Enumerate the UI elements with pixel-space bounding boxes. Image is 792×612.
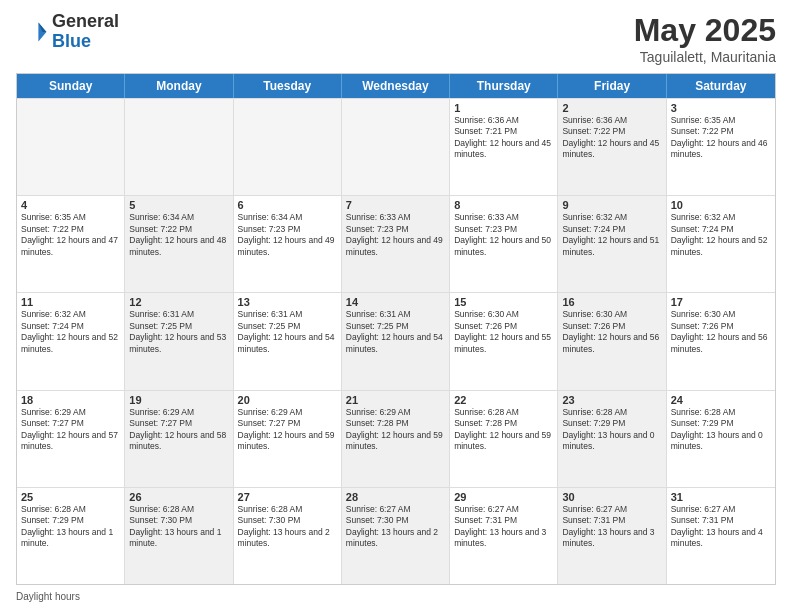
cal-cell-2-1: 4Sunrise: 6:35 AM Sunset: 7:22 PM Daylig… bbox=[17, 196, 125, 292]
day-number: 13 bbox=[238, 296, 337, 308]
day-number: 27 bbox=[238, 491, 337, 503]
cal-cell-5-4: 28Sunrise: 6:27 AM Sunset: 7:30 PM Dayli… bbox=[342, 488, 450, 584]
cal-cell-2-2: 5Sunrise: 6:34 AM Sunset: 7:22 PM Daylig… bbox=[125, 196, 233, 292]
day-number: 12 bbox=[129, 296, 228, 308]
cell-text: Sunrise: 6:28 AM Sunset: 7:30 PM Dayligh… bbox=[238, 504, 337, 550]
col-thursday: Thursday bbox=[450, 74, 558, 98]
cell-text: Sunrise: 6:30 AM Sunset: 7:26 PM Dayligh… bbox=[562, 309, 661, 355]
cal-cell-3-1: 11Sunrise: 6:32 AM Sunset: 7:24 PM Dayli… bbox=[17, 293, 125, 389]
cell-text: Sunrise: 6:28 AM Sunset: 7:29 PM Dayligh… bbox=[671, 407, 771, 453]
footer-text: Daylight hours bbox=[16, 591, 80, 602]
day-number: 11 bbox=[21, 296, 120, 308]
cell-text: Sunrise: 6:28 AM Sunset: 7:29 PM Dayligh… bbox=[562, 407, 661, 453]
day-number: 19 bbox=[129, 394, 228, 406]
logo-icon bbox=[16, 16, 48, 48]
day-number: 14 bbox=[346, 296, 445, 308]
cell-text: Sunrise: 6:33 AM Sunset: 7:23 PM Dayligh… bbox=[346, 212, 445, 258]
col-sunday: Sunday bbox=[17, 74, 125, 98]
cal-cell-3-7: 17Sunrise: 6:30 AM Sunset: 7:26 PM Dayli… bbox=[667, 293, 775, 389]
cal-cell-1-6: 2Sunrise: 6:36 AM Sunset: 7:22 PM Daylig… bbox=[558, 99, 666, 195]
cell-text: Sunrise: 6:34 AM Sunset: 7:22 PM Dayligh… bbox=[129, 212, 228, 258]
cell-text: Sunrise: 6:27 AM Sunset: 7:31 PM Dayligh… bbox=[562, 504, 661, 550]
day-number: 28 bbox=[346, 491, 445, 503]
day-number: 2 bbox=[562, 102, 661, 114]
cal-cell-4-3: 20Sunrise: 6:29 AM Sunset: 7:27 PM Dayli… bbox=[234, 391, 342, 487]
cell-text: Sunrise: 6:29 AM Sunset: 7:27 PM Dayligh… bbox=[238, 407, 337, 453]
cal-cell-5-5: 29Sunrise: 6:27 AM Sunset: 7:31 PM Dayli… bbox=[450, 488, 558, 584]
cal-row-2: 4Sunrise: 6:35 AM Sunset: 7:22 PM Daylig… bbox=[17, 195, 775, 292]
cal-cell-1-5: 1Sunrise: 6:36 AM Sunset: 7:21 PM Daylig… bbox=[450, 99, 558, 195]
logo-general: General bbox=[52, 11, 119, 31]
col-friday: Friday bbox=[558, 74, 666, 98]
cell-text: Sunrise: 6:30 AM Sunset: 7:26 PM Dayligh… bbox=[454, 309, 553, 355]
day-number: 3 bbox=[671, 102, 771, 114]
cell-text: Sunrise: 6:28 AM Sunset: 7:28 PM Dayligh… bbox=[454, 407, 553, 453]
logo-text: General Blue bbox=[52, 12, 119, 52]
day-number: 20 bbox=[238, 394, 337, 406]
footer: Daylight hours bbox=[16, 591, 776, 602]
day-number: 30 bbox=[562, 491, 661, 503]
cal-cell-3-6: 16Sunrise: 6:30 AM Sunset: 7:26 PM Dayli… bbox=[558, 293, 666, 389]
day-number: 10 bbox=[671, 199, 771, 211]
cell-text: Sunrise: 6:28 AM Sunset: 7:30 PM Dayligh… bbox=[129, 504, 228, 550]
cal-cell-3-2: 12Sunrise: 6:31 AM Sunset: 7:25 PM Dayli… bbox=[125, 293, 233, 389]
cal-row-4: 18Sunrise: 6:29 AM Sunset: 7:27 PM Dayli… bbox=[17, 390, 775, 487]
calendar-header: Sunday Monday Tuesday Wednesday Thursday… bbox=[17, 74, 775, 98]
cell-text: Sunrise: 6:32 AM Sunset: 7:24 PM Dayligh… bbox=[671, 212, 771, 258]
cal-cell-4-7: 24Sunrise: 6:28 AM Sunset: 7:29 PM Dayli… bbox=[667, 391, 775, 487]
day-number: 31 bbox=[671, 491, 771, 503]
cell-text: Sunrise: 6:35 AM Sunset: 7:22 PM Dayligh… bbox=[21, 212, 120, 258]
day-number: 6 bbox=[238, 199, 337, 211]
day-number: 5 bbox=[129, 199, 228, 211]
day-number: 22 bbox=[454, 394, 553, 406]
cell-text: Sunrise: 6:32 AM Sunset: 7:24 PM Dayligh… bbox=[21, 309, 120, 355]
cell-text: Sunrise: 6:27 AM Sunset: 7:30 PM Dayligh… bbox=[346, 504, 445, 550]
cal-cell-1-4 bbox=[342, 99, 450, 195]
cal-cell-1-1 bbox=[17, 99, 125, 195]
cell-text: Sunrise: 6:29 AM Sunset: 7:27 PM Dayligh… bbox=[21, 407, 120, 453]
cal-cell-1-3 bbox=[234, 99, 342, 195]
title-block: May 2025 Taguilalett, Mauritania bbox=[634, 12, 776, 65]
day-number: 26 bbox=[129, 491, 228, 503]
cal-cell-1-2 bbox=[125, 99, 233, 195]
cal-cell-5-2: 26Sunrise: 6:28 AM Sunset: 7:30 PM Dayli… bbox=[125, 488, 233, 584]
cell-text: Sunrise: 6:33 AM Sunset: 7:23 PM Dayligh… bbox=[454, 212, 553, 258]
page: General Blue May 2025 Taguilalett, Mauri… bbox=[0, 0, 792, 612]
logo: General Blue bbox=[16, 12, 119, 52]
day-number: 16 bbox=[562, 296, 661, 308]
cal-cell-3-3: 13Sunrise: 6:31 AM Sunset: 7:25 PM Dayli… bbox=[234, 293, 342, 389]
day-number: 1 bbox=[454, 102, 553, 114]
cal-cell-4-2: 19Sunrise: 6:29 AM Sunset: 7:27 PM Dayli… bbox=[125, 391, 233, 487]
cell-text: Sunrise: 6:34 AM Sunset: 7:23 PM Dayligh… bbox=[238, 212, 337, 258]
cal-cell-5-7: 31Sunrise: 6:27 AM Sunset: 7:31 PM Dayli… bbox=[667, 488, 775, 584]
cell-text: Sunrise: 6:36 AM Sunset: 7:22 PM Dayligh… bbox=[562, 115, 661, 161]
cal-row-5: 25Sunrise: 6:28 AM Sunset: 7:29 PM Dayli… bbox=[17, 487, 775, 584]
cell-text: Sunrise: 6:29 AM Sunset: 7:27 PM Dayligh… bbox=[129, 407, 228, 453]
col-monday: Monday bbox=[125, 74, 233, 98]
day-number: 23 bbox=[562, 394, 661, 406]
cal-cell-2-6: 9Sunrise: 6:32 AM Sunset: 7:24 PM Daylig… bbox=[558, 196, 666, 292]
cal-cell-3-5: 15Sunrise: 6:30 AM Sunset: 7:26 PM Dayli… bbox=[450, 293, 558, 389]
cell-text: Sunrise: 6:29 AM Sunset: 7:28 PM Dayligh… bbox=[346, 407, 445, 453]
header: General Blue May 2025 Taguilalett, Mauri… bbox=[16, 12, 776, 65]
day-number: 7 bbox=[346, 199, 445, 211]
day-number: 8 bbox=[454, 199, 553, 211]
cal-cell-2-4: 7Sunrise: 6:33 AM Sunset: 7:23 PM Daylig… bbox=[342, 196, 450, 292]
cal-cell-4-5: 22Sunrise: 6:28 AM Sunset: 7:28 PM Dayli… bbox=[450, 391, 558, 487]
cal-cell-5-6: 30Sunrise: 6:27 AM Sunset: 7:31 PM Dayli… bbox=[558, 488, 666, 584]
cal-cell-3-4: 14Sunrise: 6:31 AM Sunset: 7:25 PM Dayli… bbox=[342, 293, 450, 389]
cell-text: Sunrise: 6:32 AM Sunset: 7:24 PM Dayligh… bbox=[562, 212, 661, 258]
cal-cell-1-7: 3Sunrise: 6:35 AM Sunset: 7:22 PM Daylig… bbox=[667, 99, 775, 195]
day-number: 24 bbox=[671, 394, 771, 406]
cal-cell-4-4: 21Sunrise: 6:29 AM Sunset: 7:28 PM Dayli… bbox=[342, 391, 450, 487]
cell-text: Sunrise: 6:30 AM Sunset: 7:26 PM Dayligh… bbox=[671, 309, 771, 355]
col-saturday: Saturday bbox=[667, 74, 775, 98]
day-number: 21 bbox=[346, 394, 445, 406]
day-number: 25 bbox=[21, 491, 120, 503]
cal-cell-4-1: 18Sunrise: 6:29 AM Sunset: 7:27 PM Dayli… bbox=[17, 391, 125, 487]
logo-blue: Blue bbox=[52, 31, 91, 51]
title-month: May 2025 bbox=[634, 12, 776, 49]
cal-cell-2-3: 6Sunrise: 6:34 AM Sunset: 7:23 PM Daylig… bbox=[234, 196, 342, 292]
cal-row-3: 11Sunrise: 6:32 AM Sunset: 7:24 PM Dayli… bbox=[17, 292, 775, 389]
col-wednesday: Wednesday bbox=[342, 74, 450, 98]
